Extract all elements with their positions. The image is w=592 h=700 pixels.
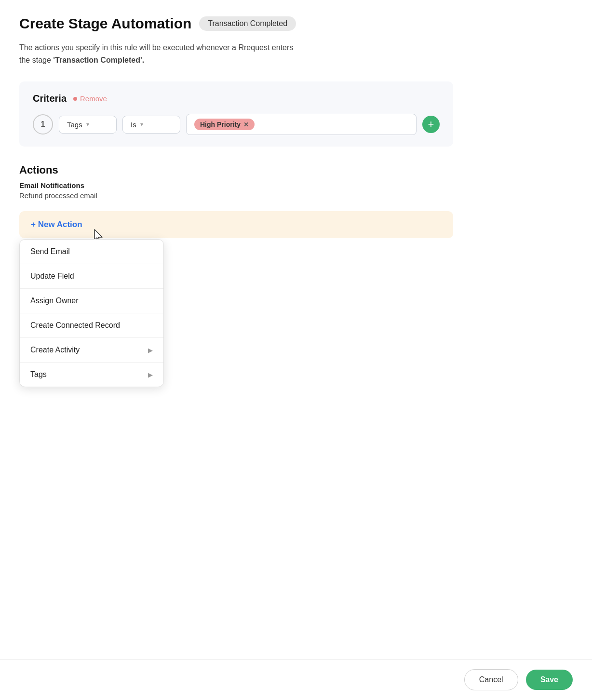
subtitle-line1: The actions you specify in this rule wil…	[19, 43, 293, 52]
criteria-title: Criteria	[33, 93, 67, 104]
criteria-section: Criteria Remove 1 Tags ▾ Is ▾ High Prior…	[19, 81, 453, 147]
new-action-label: + New Action	[31, 220, 82, 229]
criteria-header: Criteria Remove	[33, 93, 440, 104]
actions-title: Actions	[19, 164, 453, 176]
subtitle: The actions you specify in this rule wil…	[19, 41, 453, 66]
dropdown-item[interactable]: Update Field	[20, 264, 163, 289]
add-criteria-icon: +	[428, 118, 434, 131]
remove-link[interactable]: Remove	[73, 94, 107, 103]
tag-chip-label: High Priority	[200, 121, 241, 128]
subtitle-line2: the stage	[19, 56, 53, 64]
submenu-arrow-icon: ▶	[148, 347, 153, 354]
header-row: Create Stage Automation Transaction Comp…	[19, 15, 453, 32]
new-action-wrapper: + New Action Send EmailUpdate FieldAssig…	[19, 211, 453, 387]
dropdown-item[interactable]: Tags▶	[20, 363, 163, 387]
action-dropdown-menu: Send EmailUpdate FieldAssign OwnerCreate…	[19, 239, 164, 387]
page-title: Create Stage Automation	[19, 15, 191, 32]
dropdown-item[interactable]: Create Connected Record	[20, 313, 163, 338]
footer: Cancel Save	[0, 659, 592, 700]
dropdown-item-label: Assign Owner	[30, 296, 79, 305]
tag-chip: High Priority ✕	[194, 119, 255, 130]
cancel-button[interactable]: Cancel	[464, 669, 518, 690]
dropdown-item-label: Create Activity	[30, 346, 80, 354]
criteria-number: 1	[33, 114, 53, 135]
field-chevron-icon: ▾	[86, 121, 89, 128]
field-label: Tags	[67, 121, 82, 129]
operator-select[interactable]: Is ▾	[122, 116, 180, 134]
email-item-label: Refund processed email	[19, 191, 453, 200]
email-type-label: Email Notifications	[19, 181, 453, 189]
add-criteria-button[interactable]: +	[422, 116, 440, 133]
stage-badge: Transaction Completed	[199, 16, 296, 31]
dropdown-item-label: Send Email	[30, 247, 70, 256]
operator-label: Is	[131, 121, 136, 129]
field-select[interactable]: Tags ▾	[59, 116, 117, 134]
dropdown-item[interactable]: Assign Owner	[20, 289, 163, 313]
dropdown-item-label: Update Field	[30, 272, 74, 281]
criteria-row: 1 Tags ▾ Is ▾ High Priority ✕ +	[33, 114, 440, 135]
dropdown-item[interactable]: Send Email	[20, 240, 163, 264]
dropdown-item[interactable]: Create Activity▶	[20, 338, 163, 363]
criteria-value-box[interactable]: High Priority ✕	[186, 114, 417, 135]
save-button[interactable]: Save	[526, 670, 573, 690]
tag-remove-icon[interactable]: ✕	[243, 121, 249, 128]
new-action-button[interactable]: + New Action	[19, 211, 453, 238]
subtitle-stage: 'Transaction Completed'.	[53, 56, 144, 64]
actions-section: Actions Email Notifications Refund proce…	[19, 164, 453, 387]
dropdown-item-label: Create Connected Record	[30, 321, 120, 330]
dropdown-item-label: Tags	[30, 370, 47, 379]
remove-dot	[73, 97, 77, 101]
remove-label: Remove	[80, 94, 107, 103]
operator-chevron-icon: ▾	[140, 121, 143, 128]
submenu-arrow-icon: ▶	[148, 371, 153, 378]
